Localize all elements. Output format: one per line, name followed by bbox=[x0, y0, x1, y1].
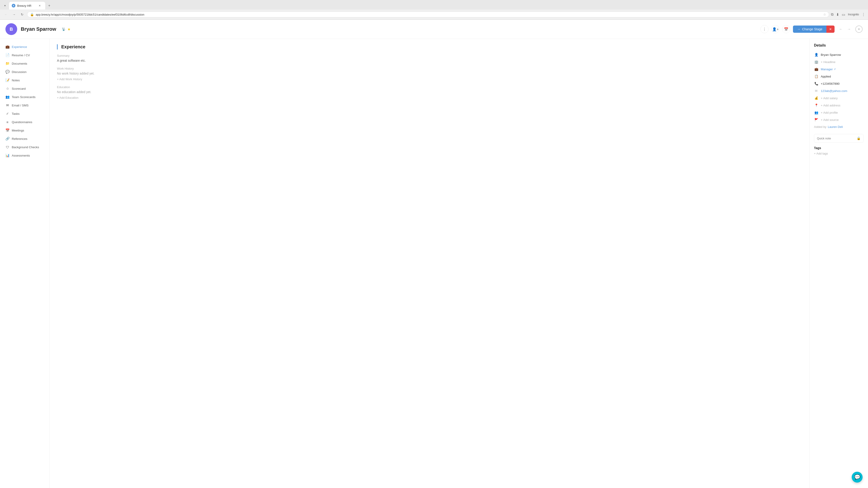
person-icon: 👤 bbox=[814, 53, 818, 57]
sidebar-item-background-checks[interactable]: 🛡 Background Checks bbox=[2, 143, 48, 151]
sidebar-item-resume-cv[interactable]: 📄 Resume / CV bbox=[2, 51, 48, 59]
add-work-history-link[interactable]: + Add Work History bbox=[57, 77, 82, 81]
tab-favicon: B bbox=[12, 4, 16, 7]
back-button[interactable]: ← bbox=[3, 11, 9, 18]
sidebar-label-meetings: Meetings bbox=[12, 129, 24, 132]
quick-note-input[interactable] bbox=[817, 137, 855, 140]
three-dots-button[interactable]: ⋮ bbox=[761, 25, 769, 33]
ref-icon: 🔗 bbox=[5, 137, 9, 141]
detail-row-source[interactable]: 🚩 + Add source bbox=[814, 116, 864, 123]
sidebar-label-discussion: Discussion bbox=[12, 70, 26, 74]
education-label: Education bbox=[57, 86, 802, 89]
calendar-button[interactable]: 📅 bbox=[782, 25, 790, 33]
star-icon[interactable]: ★ bbox=[67, 27, 70, 31]
sidebar-item-documents[interactable]: 📁 Documents bbox=[2, 59, 48, 68]
add-user-button[interactable]: 👤+ bbox=[771, 25, 779, 33]
briefcase-detail-icon: 💼 bbox=[814, 67, 818, 71]
document-icon: 📄 bbox=[5, 53, 9, 57]
detail-row-profile[interactable]: 👥 + Add profile bbox=[814, 109, 864, 116]
rss-icon[interactable]: 📡 bbox=[62, 27, 66, 31]
added-by-name[interactable]: Lauren Deli bbox=[828, 125, 843, 129]
sidebar-label-tasks: Tasks bbox=[12, 112, 20, 116]
active-tab[interactable]: B Breezy HR ✕ bbox=[9, 2, 45, 9]
reload-button[interactable]: ↻ bbox=[19, 11, 25, 18]
download-icon[interactable]: ⬇ bbox=[836, 12, 839, 17]
detail-row-headline[interactable]: 🏢 + Headline bbox=[814, 58, 864, 66]
sidebar-item-experience[interactable]: 💼 Experience bbox=[2, 43, 48, 51]
sidebar-item-email-sms[interactable]: ✉ Email / SMS bbox=[2, 101, 48, 109]
forward-button[interactable]: → bbox=[11, 11, 17, 18]
detail-salary-placeholder[interactable]: + Add salary bbox=[821, 96, 838, 100]
sidebar-icon[interactable]: ▭ bbox=[842, 12, 845, 17]
detail-manager-link[interactable]: Manager ↗ bbox=[821, 68, 836, 71]
sidebar-label-questionnaires: Questionnaires bbox=[12, 121, 32, 124]
detail-row-salary[interactable]: 💰 + Add salary bbox=[814, 94, 864, 102]
add-tags-link[interactable]: + Add tags bbox=[814, 152, 828, 155]
source-icon: 🚩 bbox=[814, 118, 818, 122]
sidebar-label-background-checks: Background Checks bbox=[12, 145, 39, 149]
url-text: app.breezy.hr/app/c/moodjoy/p/59357218dc… bbox=[36, 13, 822, 16]
address-bar[interactable]: 🔒 app.breezy.hr/app/c/moodjoy/p/59357218… bbox=[27, 11, 829, 18]
sidebar-item-scorecard[interactable]: ☆ Scorecard bbox=[2, 85, 48, 93]
sidebar-item-references[interactable]: 🔗 References bbox=[2, 135, 48, 143]
profile-icon: 👥 bbox=[814, 110, 818, 115]
education-empty: No education added yet. bbox=[57, 90, 802, 94]
close-candidate-button[interactable]: ✕ bbox=[855, 26, 863, 33]
menu-icon[interactable]: ⋮ bbox=[862, 12, 865, 17]
detail-headline-placeholder[interactable]: + Headline bbox=[821, 60, 835, 64]
name-icons: 📡 ★ bbox=[62, 27, 70, 31]
sidebar-item-assessments[interactable]: 📊 Assessments bbox=[2, 151, 48, 160]
tab-close-button[interactable]: ✕ bbox=[37, 4, 41, 8]
new-tab-button[interactable]: + bbox=[46, 2, 53, 9]
bookmark-icon[interactable]: ☆ bbox=[823, 13, 826, 16]
summary-label: Summary bbox=[57, 54, 802, 57]
prev-candidate-button[interactable]: ← bbox=[837, 26, 844, 33]
list-icon: ≡ bbox=[5, 120, 9, 124]
detail-email[interactable]: 123ab@yahoo.com bbox=[821, 89, 847, 93]
note-icon: 📝 bbox=[5, 78, 9, 82]
sidebar-item-meetings[interactable]: 📅 Meetings bbox=[2, 126, 48, 134]
team-icon: 👥 bbox=[5, 95, 9, 99]
sidebar-label-experience: Experience bbox=[12, 45, 27, 48]
chat-bubble-button[interactable]: 💬 bbox=[852, 472, 863, 483]
external-link-icon: ↗ bbox=[834, 68, 836, 71]
detail-row-manager[interactable]: 💼 Manager ↗ bbox=[814, 66, 864, 73]
sidebar-item-questionnaires[interactable]: ≡ Questionnaires bbox=[2, 118, 48, 126]
detail-row-name: 👤 Bryan Sparrow bbox=[814, 51, 864, 58]
avatar: B bbox=[5, 23, 17, 35]
browser-controls: ← → ↻ 🔒 app.breezy.hr/app/c/moodjoy/p/59… bbox=[0, 9, 868, 20]
incognito-label: Incognito bbox=[848, 13, 859, 16]
quick-note-area[interactable]: 🔒 bbox=[814, 134, 864, 142]
next-candidate-button[interactable]: → bbox=[845, 26, 852, 33]
detail-applied: Applied bbox=[821, 75, 831, 78]
lock-icon: 🔒 bbox=[30, 13, 34, 16]
candidate-name: Bryan Sparrow bbox=[21, 26, 56, 32]
sidebar-label-email-sms: Email / SMS bbox=[12, 104, 29, 107]
nav-arrows: ← → bbox=[837, 26, 852, 33]
app-layout: 💼 Experience 📄 Resume / CV 📁 Documents 💬… bbox=[0, 39, 868, 488]
reject-button[interactable]: ✕ bbox=[827, 26, 835, 33]
lock-icon: 🔒 bbox=[857, 136, 861, 140]
detail-source-placeholder[interactable]: + Add source bbox=[821, 118, 839, 122]
star-outline-icon: ☆ bbox=[5, 87, 9, 91]
main-content: Experience Summary A great software etc.… bbox=[50, 39, 809, 488]
sidebar-item-team-scorecards[interactable]: 👥 Team Scorecards bbox=[2, 93, 48, 101]
detail-row-phone: 📞 +1234567890 bbox=[814, 80, 864, 87]
extensions-icon[interactable]: ⧉ bbox=[831, 12, 833, 17]
add-education-link[interactable]: + Add Education bbox=[57, 96, 79, 99]
sidebar-label-scorecard: Scorecard bbox=[12, 87, 26, 90]
detail-row-email: ✉ 123ab@yahoo.com bbox=[814, 87, 864, 94]
change-stage-button[interactable]: → Change Stage bbox=[793, 26, 827, 33]
detail-row-address[interactable]: 📍 + Add address bbox=[814, 102, 864, 109]
sidebar-item-discussion[interactable]: 💬 Discussion bbox=[2, 68, 48, 76]
sidebar-item-notes[interactable]: 📝 Notes bbox=[2, 76, 48, 84]
assessment-icon: 📊 bbox=[5, 153, 9, 158]
sidebar: 💼 Experience 📄 Resume / CV 📁 Documents 💬… bbox=[0, 39, 50, 488]
sidebar-label-notes: Notes bbox=[12, 78, 20, 82]
detail-profile-placeholder[interactable]: + Add profile bbox=[821, 111, 838, 114]
tab-list-arrow[interactable]: ▾ bbox=[2, 2, 8, 9]
sidebar-item-tasks[interactable]: ✓ Tasks bbox=[2, 109, 48, 118]
building-icon: 🏢 bbox=[814, 60, 818, 64]
detail-address-placeholder[interactable]: + Add address bbox=[821, 104, 840, 107]
change-stage-arrow-icon: → bbox=[797, 27, 800, 31]
